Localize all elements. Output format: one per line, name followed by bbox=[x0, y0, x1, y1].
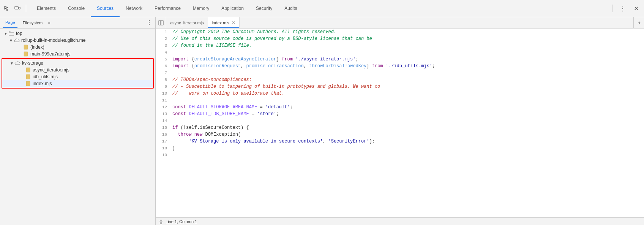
toolbar-icons bbox=[3, 5, 26, 12]
editor-tab-index-mjs[interactable]: index.mjs ✕ bbox=[208, 17, 240, 28]
svg-rect-11 bbox=[26, 81, 30, 86]
svg-rect-0 bbox=[15, 6, 18, 9]
code-line: 17 'KV Storage is only available in secu… bbox=[156, 138, 644, 145]
line-content bbox=[171, 97, 644, 104]
line-number: 10 bbox=[156, 90, 171, 97]
code-line: 19 bbox=[156, 152, 644, 158]
line-content: } bbox=[171, 145, 644, 152]
devtools-toolbar: Elements Console Sources Network Perform… bbox=[0, 0, 644, 17]
tree-label-idb-utils: idb_utils.mjs bbox=[33, 74, 58, 79]
tab-application[interactable]: Application bbox=[215, 0, 250, 17]
tree-item-kv-storage[interactable]: ▼ kv-storage bbox=[2, 60, 153, 67]
file-icon-async-iterator bbox=[25, 67, 31, 73]
close-tab-button[interactable]: ✕ bbox=[232, 20, 235, 25]
left-panel: Page Filesystem » ⋮ ▼ top ▼ bbox=[0, 17, 156, 225]
line-content: // - Susceptible to tampering of built-i… bbox=[171, 83, 644, 90]
panel-more-options-button[interactable]: ⋮ bbox=[146, 19, 152, 26]
editor-tab-async-iterator[interactable]: async_iterator.mjs bbox=[166, 17, 208, 28]
line-number: 16 bbox=[156, 131, 171, 138]
line-number: 2 bbox=[156, 35, 171, 42]
code-line: 7 bbox=[156, 70, 644, 76]
tree-item-top[interactable]: ▼ top bbox=[0, 30, 155, 37]
file-icon-idb-utils bbox=[25, 74, 31, 79]
tree-label-index: (index) bbox=[30, 44, 44, 50]
code-line: 11 bbox=[156, 97, 644, 104]
line-number: 12 bbox=[156, 104, 171, 111]
line-content: // TODOs/spec-noncompliances: bbox=[171, 76, 644, 83]
cloud-icon-rollup bbox=[14, 38, 20, 43]
svg-rect-13 bbox=[159, 21, 161, 25]
inspect-icon[interactable] bbox=[3, 5, 11, 12]
more-options-button[interactable]: ⋮ bbox=[617, 3, 628, 14]
editor-tab-index-mjs-label: index.mjs bbox=[212, 21, 229, 25]
page-tab[interactable]: Page bbox=[3, 17, 17, 28]
tab-performance[interactable]: Performance bbox=[148, 0, 187, 17]
code-line: 9 // - Susceptible to tampering of built… bbox=[156, 83, 644, 90]
line-number: 4 bbox=[156, 49, 171, 56]
code-line: 4 bbox=[156, 49, 644, 56]
line-content: const DEFAULT_IDB_STORE_NAME = 'store'; bbox=[171, 111, 644, 117]
close-devtools-button[interactable]: ✕ bbox=[631, 3, 641, 14]
line-content: // Use of this source code is governed b… bbox=[171, 35, 644, 42]
tab-security[interactable]: Security bbox=[250, 0, 278, 17]
tree-item-main[interactable]: main-999ea7ab.mjs bbox=[0, 51, 155, 57]
code-line: 6 import {promiseForRequest, promiseForT… bbox=[156, 63, 644, 70]
navigator-right-button[interactable] bbox=[633, 17, 644, 28]
svg-rect-1 bbox=[19, 7, 20, 9]
arrow-rollup: ▼ bbox=[8, 38, 14, 43]
file-icon-index-mjs bbox=[25, 81, 31, 86]
code-line: 16 throw new DOMException( bbox=[156, 131, 644, 138]
line-number: 1 bbox=[156, 29, 171, 35]
line-content: throw new DOMException( bbox=[171, 131, 644, 138]
code-line: 13 const DEFAULT_IDB_STORE_NAME = 'store… bbox=[156, 111, 644, 117]
tree-label-index-mjs: index.mjs bbox=[33, 81, 52, 86]
line-content: // found in the LICENSE file. bbox=[171, 42, 644, 49]
tab-memory[interactable]: Memory bbox=[187, 0, 215, 17]
device-toolbar-icon[interactable] bbox=[14, 5, 21, 12]
line-number: 14 bbox=[156, 117, 171, 124]
line-content: const DEFAULT_STORAGE_AREA_NAME = 'defau… bbox=[171, 104, 644, 111]
panel-toolbar: Page Filesystem » ⋮ bbox=[0, 17, 155, 29]
filesystem-tab[interactable]: Filesystem bbox=[21, 17, 45, 28]
more-panels-button[interactable]: » bbox=[48, 20, 51, 25]
line-number: 15 bbox=[156, 124, 171, 131]
tab-network[interactable]: Network bbox=[120, 0, 148, 17]
svg-rect-9 bbox=[26, 74, 30, 79]
tree-label-main: main-999ea7ab.mjs bbox=[30, 51, 70, 57]
line-number: 7 bbox=[156, 70, 171, 76]
code-editor[interactable]: 1 // Copyright 2019 The Chromium Authors… bbox=[156, 29, 644, 217]
tree-item-rollup[interactable]: ▼ rollup-built-in-modules.glitch.me bbox=[0, 37, 155, 44]
editor-tabs: async_iterator.mjs index.mjs ✕ bbox=[156, 17, 644, 29]
code-line: 18 } bbox=[156, 145, 644, 152]
line-content: import {createStorageAreaAsyncIterator} … bbox=[171, 56, 644, 63]
toggle-sidebar-button[interactable] bbox=[156, 17, 166, 28]
panel-toolbar-right: ⋮ bbox=[146, 19, 152, 26]
line-content bbox=[171, 49, 644, 56]
line-number: 19 bbox=[156, 152, 171, 158]
svg-rect-3 bbox=[24, 45, 28, 49]
tree-item-idb-utils[interactable]: idb_utils.mjs bbox=[2, 73, 153, 80]
tree-item-index-mjs[interactable]: index.mjs bbox=[2, 80, 153, 87]
tab-console[interactable]: Console bbox=[62, 0, 91, 17]
main-content: Page Filesystem » ⋮ ▼ top ▼ bbox=[0, 17, 644, 225]
file-icon-index bbox=[23, 44, 29, 50]
tab-sources[interactable]: Sources bbox=[91, 0, 120, 17]
tree-label-rollup: rollup-built-in-modules.glitch.me bbox=[21, 38, 85, 43]
line-number: 13 bbox=[156, 111, 171, 117]
format-icon[interactable]: {} bbox=[159, 219, 163, 224]
status-bar: {} Line 1, Column 1 bbox=[156, 217, 644, 225]
tab-elements[interactable]: Elements bbox=[31, 0, 62, 17]
code-line: 1 // Copyright 2019 The Chromium Authors… bbox=[156, 29, 644, 35]
code-line: 12 const DEFAULT_STORAGE_AREA_NAME = 'de… bbox=[156, 104, 644, 111]
tab-audits[interactable]: Audits bbox=[278, 0, 303, 17]
code-line: 5 import {createStorageAreaAsyncIterator… bbox=[156, 56, 644, 63]
svg-rect-7 bbox=[26, 68, 30, 72]
tree-item-index[interactable]: (index) bbox=[0, 44, 155, 51]
line-number: 18 bbox=[156, 145, 171, 152]
line-content: import {promiseForRequest, promiseForTra… bbox=[171, 63, 644, 70]
line-number: 6 bbox=[156, 63, 171, 70]
tree-item-async-iterator[interactable]: async_iterator.mjs bbox=[2, 67, 153, 73]
toolbar-right: ⋮ ✕ bbox=[611, 3, 641, 14]
main-tabs: Elements Console Sources Network Perform… bbox=[31, 0, 303, 17]
line-number: 17 bbox=[156, 138, 171, 145]
